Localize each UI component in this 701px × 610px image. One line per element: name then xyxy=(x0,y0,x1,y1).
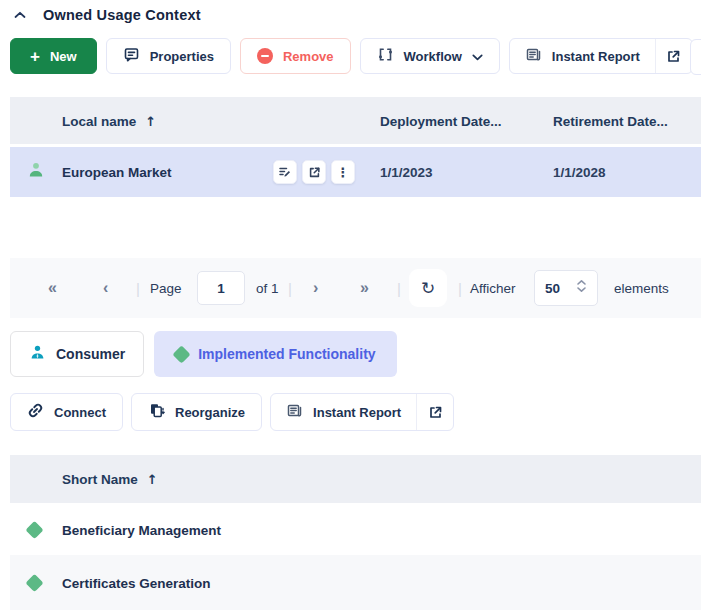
link-icon xyxy=(27,402,44,422)
tab-consumer-label: Consumer xyxy=(56,346,125,362)
last-page-button[interactable]: » xyxy=(360,280,369,296)
instant-report-button-group: Instant Report xyxy=(509,38,693,74)
row-action-buttons: ⋮ xyxy=(273,160,355,184)
open-row-external-link-icon[interactable] xyxy=(302,160,326,184)
reorganize-button-label: Reorganize xyxy=(175,405,245,420)
spinner-chevrons-icon xyxy=(576,279,587,297)
page-label: Page xyxy=(150,281,182,296)
separator: | xyxy=(458,280,462,297)
functionality-diamond-icon xyxy=(173,345,191,363)
workflow-icon xyxy=(377,46,394,66)
separator: | xyxy=(288,280,292,297)
kebab-menu-icon[interactable]: ⋮ xyxy=(331,160,355,184)
remove-button-label: Remove xyxy=(283,49,334,64)
row-deployment-date: 1/1/2023 xyxy=(380,165,433,180)
short-name-header-label: Short Name xyxy=(62,472,138,487)
sort-ascending-icon: ↑ xyxy=(147,472,158,487)
new-button[interactable]: + New xyxy=(10,38,97,74)
refresh-icon[interactable]: ↻ xyxy=(409,269,447,307)
column-header-retirement-date[interactable]: Retirement Date... xyxy=(553,113,668,128)
sort-ascending-icon: ↑ xyxy=(145,113,156,128)
report-icon xyxy=(286,402,303,422)
instant-report-button-2[interactable]: Instant Report xyxy=(271,394,417,430)
properties-icon xyxy=(123,46,140,66)
chevron-down-icon xyxy=(472,49,483,64)
section-header: Owned Usage Context xyxy=(12,7,201,23)
market-user-icon xyxy=(27,161,45,183)
table-row[interactable]: Certificates Generation xyxy=(10,555,701,610)
first-page-button[interactable]: « xyxy=(48,280,57,296)
workflow-button-label: Workflow xyxy=(404,49,462,64)
page-count-label: of 1 xyxy=(256,281,279,296)
separator: | xyxy=(397,280,401,297)
report-icon xyxy=(525,46,542,66)
table-row[interactable]: Beneficiary Management xyxy=(10,505,701,555)
items-label: elements xyxy=(614,281,669,296)
remove-minus-circle-icon xyxy=(257,48,273,64)
owned-usage-context-panel: Owned Usage Context + New Properties Rem… xyxy=(0,0,701,610)
relation-tabs: Consumer Implemented Functionality xyxy=(10,331,397,377)
page-number-input[interactable] xyxy=(197,271,245,305)
reorganize-icon xyxy=(148,402,165,422)
tab-consumer[interactable]: Consumer xyxy=(10,331,144,377)
functionality-diamond-icon xyxy=(25,573,43,591)
section-title: Owned Usage Context xyxy=(43,7,201,23)
plus-icon: + xyxy=(30,48,40,65)
connect-button-label: Connect xyxy=(54,405,106,420)
instant-report-button[interactable]: Instant Report xyxy=(510,39,656,73)
edit-row-icon[interactable] xyxy=(273,160,297,184)
instant-report-external-link-icon[interactable] xyxy=(656,39,692,73)
table-row[interactable]: European Market ⋮ 1/1/2023 1/1/2028 xyxy=(10,147,701,197)
instant-report-button-2-label: Instant Report xyxy=(313,405,401,420)
pagination-bar: « ‹ | Page of 1 | › » | ↻ | Afficher 50 … xyxy=(10,258,701,318)
tab-implemented-functionality[interactable]: Implemented Functionality xyxy=(154,331,396,377)
remove-button[interactable]: Remove xyxy=(240,38,351,74)
separator: | xyxy=(136,280,140,297)
instant-report-button-label: Instant Report xyxy=(552,49,640,64)
consumer-person-icon xyxy=(29,344,46,364)
instant-report-2-external-link-icon[interactable] xyxy=(417,394,453,430)
page-size-select[interactable]: 50 xyxy=(534,270,598,306)
page-size-value: 50 xyxy=(545,281,560,296)
page-size-label: Afficher xyxy=(470,281,516,296)
tab-implemented-functionality-label: Implemented Functionality xyxy=(198,346,375,362)
next-page-button[interactable]: › xyxy=(313,280,318,296)
row-short-name: Certificates Generation xyxy=(62,575,211,590)
previous-page-button[interactable]: ‹ xyxy=(103,280,108,296)
row-short-name: Beneficiary Management xyxy=(62,523,221,538)
row-local-name: European Market xyxy=(62,165,172,180)
instant-report-button-group-2: Instant Report xyxy=(270,393,454,431)
kebab-glyph: ⋮ xyxy=(337,166,350,179)
workflow-button[interactable]: Workflow xyxy=(360,38,500,74)
local-name-header-label: Local name xyxy=(62,113,136,128)
toolbar: + New Properties Remove xyxy=(10,38,693,74)
properties-button[interactable]: Properties xyxy=(106,38,231,74)
new-button-label: New xyxy=(50,49,77,64)
column-header-local-name[interactable]: Local name ↑ xyxy=(62,113,156,128)
column-header-short-name[interactable]: Short Name ↑ xyxy=(62,472,158,487)
collapse-chevron-up-icon[interactable] xyxy=(12,7,28,23)
toolbar-overflow-button-partial[interactable] xyxy=(690,39,701,75)
functionality-table-header: Short Name ↑ xyxy=(10,455,701,503)
relation-actions-toolbar: Connect Reorganize xyxy=(10,393,454,431)
reorganize-button[interactable]: Reorganize xyxy=(131,393,262,431)
row-retirement-date: 1/1/2028 xyxy=(553,165,606,180)
functionality-diamond-icon xyxy=(25,521,43,539)
usage-table-header: Local name ↑ Deployment Date... Retireme… xyxy=(10,97,701,144)
column-header-deployment-date[interactable]: Deployment Date... xyxy=(380,113,502,128)
connect-button[interactable]: Connect xyxy=(10,393,123,431)
properties-button-label: Properties xyxy=(150,49,214,64)
